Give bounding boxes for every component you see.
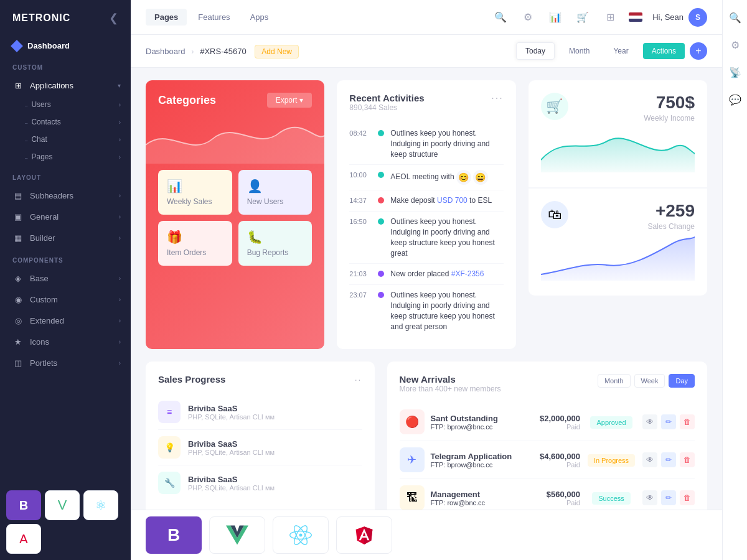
subheaders-label: Subheaders [30, 191, 73, 200]
arrivals-week-button[interactable]: Week [634, 374, 665, 388]
bootstrap-icon[interactable]: B [6, 490, 41, 520]
actions-button[interactable]: Actions [643, 43, 685, 59]
angular-icon[interactable]: A [6, 524, 41, 554]
tab-features[interactable]: Features [189, 9, 238, 26]
nav-tabs: Pages Features Apps [146, 9, 277, 26]
content-grid: Categories Export ▾ 📊 [146, 80, 707, 349]
sidebar-item-dashboard[interactable]: Dashboard [0, 36, 131, 55]
arrival-row-3: 🏗 Management FTP: row@bnc.cc $560,000 Pa… [400, 479, 695, 510]
bootstrap-framework-icon[interactable]: B [146, 516, 202, 554]
arrival-price-1: $2,000,000 [524, 414, 580, 423]
general-icon: ▣ [12, 211, 24, 222]
period-year-button[interactable]: Year [604, 42, 637, 60]
mini-card-item-orders[interactable]: 🎁 Item Orders [158, 221, 232, 266]
sidebar-collapse-button[interactable]: ❮ [109, 11, 118, 25]
plus-button[interactable]: + [690, 42, 707, 60]
delete-button-2[interactable]: 🗑 [680, 452, 695, 467]
stats-column: 🛒 750$ Weekly Income [529, 80, 707, 349]
sidebar-item-builder[interactable]: ▦ Builder › [0, 227, 131, 248]
vue-icon[interactable]: V [45, 490, 80, 520]
edit-button-1[interactable]: ✏ [661, 414, 676, 429]
sidebar-item-subheaders[interactable]: ▤ Subheaders › [0, 185, 131, 206]
mini-card-new-users[interactable]: 👤 New Users [238, 170, 312, 215]
sidebar-item-pages[interactable]: –Pages› [0, 148, 131, 166]
arrival-name-3: Management [431, 490, 519, 499]
sales-sub-3: PHP, SQLite, Artisan CLI мм [188, 484, 275, 492]
react-framework-icon[interactable] [273, 516, 329, 554]
tab-pages[interactable]: Pages [146, 9, 187, 26]
breadcrumb-home[interactable]: Dashboard [146, 47, 186, 56]
arrivals-day-button[interactable]: Day [669, 374, 695, 388]
breadcrumb: Dashboard › #XRS-45670 Add New [146, 47, 299, 56]
language-flag[interactable] [629, 12, 642, 22]
chart-icon[interactable]: 📊 [547, 9, 564, 26]
right-chat-icon[interactable]: 💬 [725, 90, 745, 110]
share-icon[interactable]: ⚙ [519, 9, 537, 26]
arrivals-month-button[interactable]: Month [598, 374, 631, 388]
add-new-button[interactable]: Add New [255, 45, 299, 58]
right-settings-icon[interactable]: ⚙ [725, 35, 745, 55]
right-send-icon[interactable]: 📡 [725, 62, 745, 82]
sales-sub-2: PHP, SQLite, Artisan CLI мм [188, 449, 275, 456]
arrival-actions-3: 👁 ✏ 🗑 [642, 490, 695, 505]
sales-badge-2: 💡 [158, 436, 181, 459]
search-icon[interactable]: 🔍 [492, 9, 509, 26]
categories-card: Categories Export ▾ 📊 [146, 80, 324, 349]
react-icon[interactable]: ⚛ [83, 490, 118, 520]
sales-menu-button[interactable]: ·· [355, 375, 362, 385]
right-search-icon[interactable]: 🔍 [725, 7, 745, 27]
period-month-button[interactable]: Month [560, 42, 599, 60]
period-today-button[interactable]: Today [516, 42, 555, 60]
arrival-price-3: $560,000 [524, 490, 580, 499]
view-button-3[interactable]: 👁 [642, 490, 657, 505]
angular-framework-icon[interactable] [336, 516, 392, 554]
delete-button-1[interactable]: 🗑 [680, 414, 695, 429]
sidebar-item-contacts[interactable]: –Contacts› [0, 113, 131, 131]
user-info[interactable]: Hi, Sean S [652, 8, 707, 27]
custom-icon: ◉ [12, 294, 24, 305]
arrival-icon-3: 🏗 [400, 485, 425, 510]
sales-name-1: Briviba SaaS [188, 404, 275, 413]
general-label: General [30, 212, 59, 222]
topnav-right: 🔍 ⚙ 📊 🛒 ⊞ Hi, Sean S [492, 8, 707, 27]
sidebar-item-chat[interactable]: –Chat› [0, 131, 131, 148]
edit-button-3[interactable]: ✏ [661, 490, 676, 505]
export-button[interactable]: Export ▾ [267, 93, 312, 108]
sales-progress-title: Sales Progress [158, 374, 225, 385]
applications-icon: ⊞ [12, 80, 24, 91]
mini-card-weekly-sales[interactable]: 📊 Weekly Sales [158, 170, 232, 215]
activity-dot [378, 197, 384, 203]
vue-framework-icon[interactable] [209, 516, 265, 554]
activity-dot [378, 218, 384, 225]
mini-card-bug-reports[interactable]: 🐛 Bug Reports [238, 221, 312, 266]
view-button-2[interactable]: 👁 [642, 452, 657, 467]
sidebar-item-extended[interactable]: ◎ Extended › [0, 310, 131, 331]
activities-title: Recent Activities [349, 93, 424, 103]
activities-menu-button[interactable]: ··· [491, 93, 503, 104]
sidebar-item-applications[interactable]: ⊞ Applications ▾ [0, 75, 131, 96]
tab-apps[interactable]: Apps [242, 9, 278, 26]
sidebar-item-portlets[interactable]: ◫ Portlets › [0, 352, 131, 373]
arrival-price-2: $4,600,000 [524, 452, 580, 461]
arrivals-subtitle: More than 400+ new members [400, 385, 501, 393]
mini-cards: 📊 Weekly Sales 👤 New Users 🎁 Item Orders… [158, 170, 312, 266]
delete-button-3[interactable]: 🗑 [680, 490, 695, 505]
sidebar-item-general[interactable]: ▣ General › [0, 206, 131, 227]
status-badge-2: In Progress [588, 454, 635, 467]
bug-reports-label: Bug Reports [247, 248, 289, 257]
cart-icon[interactable]: 🛒 [574, 9, 591, 26]
sales-badge-3: 🔧 [158, 472, 181, 494]
sidebar-item-base[interactable]: ◈ Base › [0, 268, 131, 289]
grid-icon[interactable]: ⊞ [601, 9, 619, 26]
sales-change-label: Sales Change [648, 222, 695, 231]
sidebar-item-custom[interactable]: ◉ Custom › [0, 289, 131, 310]
arrival-ftp-3: FTP: row@bnc.cc [431, 499, 519, 506]
portlets-label: Portlets [30, 358, 57, 368]
subheader: Dashboard › #XRS-45670 Add New Today Mon… [131, 35, 722, 68]
svg-point-3 [299, 533, 302, 536]
view-button-1[interactable]: 👁 [642, 414, 657, 429]
sidebar-item-icons[interactable]: ★ Icons › [0, 331, 131, 352]
edit-button-2[interactable]: ✏ [661, 452, 676, 467]
subheader-right: Today Month Year Actions + [516, 42, 707, 60]
sidebar-item-users[interactable]: –Users› [0, 96, 131, 113]
